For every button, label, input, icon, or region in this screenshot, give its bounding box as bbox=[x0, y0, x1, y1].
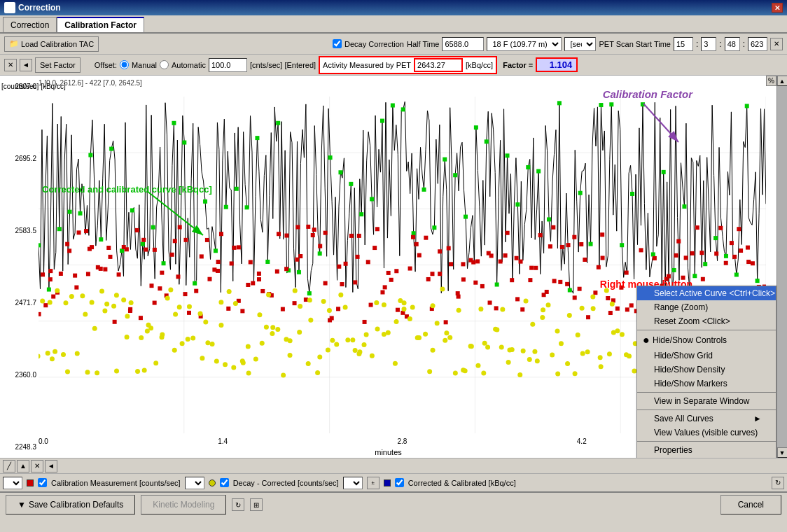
pet-s-input[interactable] bbox=[725, 37, 740, 51]
automatic-radio[interactable] bbox=[160, 60, 169, 69]
y-val-5: 2248.3 bbox=[0, 443, 36, 451]
legend-refresh-button[interactable]: ↻ bbox=[772, 477, 784, 489]
x-axis-label: minutes bbox=[375, 448, 402, 456]
y-val-1: 2695.2 bbox=[0, 155, 36, 162]
factor-value: 1.104 bbox=[536, 57, 578, 72]
menu-item-hide-controls[interactable]: ● Hide/Show Controls bbox=[637, 332, 776, 349]
tab-calibration-factor[interactable]: Calibration Factor bbox=[57, 17, 144, 32]
pet-m-input[interactable] bbox=[701, 37, 716, 51]
menu-sep-4 bbox=[637, 441, 776, 442]
activity-unit-label: [kBq/cc] bbox=[466, 61, 493, 69]
menu-item-select-active[interactable]: Select Active Curve <Ctrl+Click> bbox=[637, 286, 776, 300]
x-val-2: 2.8 bbox=[398, 438, 408, 445]
menu-sep-2 bbox=[637, 392, 776, 393]
manual-label: Manual bbox=[132, 61, 157, 69]
refresh-button[interactable]: ↻ bbox=[232, 498, 244, 511]
legend-2-checkbox[interactable] bbox=[220, 478, 229, 487]
save-icon: ▼ bbox=[18, 500, 26, 510]
offset-label: Offset: bbox=[95, 61, 117, 69]
half-time-input[interactable] bbox=[442, 37, 484, 51]
percent-button[interactable]: % bbox=[766, 76, 776, 86]
menu-item-view-values[interactable]: View Values (visible curves) bbox=[637, 426, 776, 440]
legend-1-color bbox=[27, 479, 34, 486]
pet-ms-input[interactable] bbox=[748, 37, 767, 51]
automatic-label: Automatic bbox=[172, 61, 206, 69]
menu-item-hide-markers[interactable]: Hide/Show Markers bbox=[637, 377, 776, 391]
chart-scrollbar: ▲ ▼ bbox=[776, 76, 787, 458]
legend-3-label: Corrected & Calibrated [kBq/cc] bbox=[408, 479, 516, 487]
decay-correction-checkbox[interactable] bbox=[333, 39, 342, 48]
y-val-0: 2807.0 bbox=[0, 83, 36, 90]
load-calibration-tac-button[interactable]: 📁 Load Calibration TAC bbox=[4, 36, 99, 52]
scroll-up-button[interactable]: ▲ bbox=[777, 76, 788, 86]
menu-item-save-curves[interactable]: Save All Curves ► bbox=[637, 412, 776, 426]
y-val-3: 2471.7 bbox=[0, 299, 36, 307]
offset-unit-label: [cnts/sec] [Entered] bbox=[250, 61, 316, 69]
chart-info-text: 1 [0.0, 2612.6] - 422 [7.0, 2642.5] bbox=[39, 79, 142, 87]
menu-item-range-zoom[interactable]: Range (Zoom) bbox=[637, 300, 776, 314]
menu-item-hide-density[interactable]: Hide/Show Density bbox=[637, 363, 776, 377]
activity-value-input[interactable] bbox=[414, 58, 463, 72]
chart-container[interactable]: [counts/sec] [kBq/cc] 2807.0 2695.2 2583… bbox=[0, 76, 776, 458]
scroll-track[interactable] bbox=[777, 86, 788, 447]
nav-up-button[interactable]: ▲ bbox=[17, 460, 29, 472]
cancel-button[interactable]: Cancel bbox=[720, 495, 781, 514]
grid-button[interactable]: ⊞ bbox=[250, 498, 263, 511]
context-menu: Select Active Curve <Ctrl+Click> Range (… bbox=[636, 286, 776, 458]
manual-radio[interactable] bbox=[120, 60, 129, 69]
chart-section: [counts/sec] [kBq/cc] 2807.0 2695.2 2583… bbox=[0, 76, 787, 458]
activity-group: Activity Measured by PET [kBq/cc] bbox=[319, 56, 497, 74]
legend-3-color bbox=[384, 479, 391, 486]
legend-3-extra-btn[interactable]: ± bbox=[367, 477, 379, 489]
x-button[interactable]: ✕ bbox=[4, 59, 17, 71]
x-val-3: 4.2 bbox=[577, 438, 587, 445]
toolbar-row-2: ✕ ◄ Set Factor Offset: Manual Automatic … bbox=[0, 55, 787, 76]
legend-1-label: Calibration Measurement [counts/sec] bbox=[51, 479, 181, 487]
nav-left-scroll[interactable]: ◄ bbox=[45, 460, 57, 472]
legend-1-dropdown[interactable]: D bbox=[3, 477, 22, 489]
unit-select[interactable]: [sec] bbox=[564, 37, 596, 51]
legend-2-dropdown[interactable]: D bbox=[185, 477, 204, 489]
menu-item-properties[interactable]: Properties bbox=[637, 443, 776, 457]
legend-2-color bbox=[209, 479, 216, 486]
legend-1-checkbox[interactable] bbox=[38, 478, 47, 487]
legend-3-checkbox[interactable] bbox=[395, 478, 404, 487]
kinetic-modeling-button[interactable]: Kinetic Modeling bbox=[141, 495, 226, 514]
manual-radio-group: Manual Automatic bbox=[120, 60, 206, 69]
set-factor-button[interactable]: Set Factor bbox=[35, 57, 81, 73]
decay-correction-label: Decay Correction bbox=[344, 40, 404, 48]
menu-item-reset-zoom[interactable]: Reset Zoom <Click> bbox=[637, 314, 776, 328]
y-axis: 2807.0 2695.2 2583.5 2471.7 2360.0 2248.… bbox=[0, 76, 39, 458]
back-button[interactable]: ◄ bbox=[20, 59, 32, 71]
tab-bar: Correction Calibration Factor bbox=[0, 15, 787, 34]
y-val-4: 2360.0 bbox=[0, 371, 36, 379]
nav-line-button[interactable]: ╱ bbox=[3, 460, 15, 472]
menu-sep-3 bbox=[637, 410, 776, 410]
save-defaults-button[interactable]: ▼ Save Calibration Defaults bbox=[6, 495, 135, 514]
close-time-button[interactable]: ✕ bbox=[770, 38, 783, 50]
nav-controls: ╱ ▲ ✕ ◄ bbox=[0, 458, 787, 473]
factor-label: Factor = bbox=[503, 61, 533, 69]
menu-item-hide-grid[interactable]: Hide/Show Grid bbox=[637, 349, 776, 363]
half-time-label: Half Time bbox=[407, 40, 439, 48]
scroll-down-button[interactable]: ▼ bbox=[777, 447, 788, 458]
isotope-select[interactable]: 18 F (109.77 m) bbox=[487, 37, 562, 51]
menu-item-view-separate[interactable]: View in Separate Window bbox=[637, 394, 776, 408]
bottom-toolbar: ▼ Save Calibration Defaults Kinetic Mode… bbox=[0, 491, 787, 517]
window-title: Correction bbox=[18, 3, 61, 13]
calibration-annotation: Calibration Factor bbox=[603, 88, 692, 100]
toolbar-row-1: 📁 Load Calibration TAC Decay Correction … bbox=[0, 34, 787, 55]
pet-scan-label: PET Scan Start Time bbox=[599, 40, 671, 48]
green-annotation: Corrected and calibrated curve [kBqcc] bbox=[42, 184, 212, 195]
nav-close-button[interactable]: ✕ bbox=[31, 460, 43, 472]
pet-h-input[interactable] bbox=[674, 37, 693, 51]
activity-label: Activity Measured by PET bbox=[323, 61, 411, 69]
legend-3-dropdown[interactable]: DL bbox=[343, 477, 363, 489]
legend-2-label: Decay - Corrected [counts/sec] bbox=[233, 479, 339, 487]
x-val-0: 0.0 bbox=[39, 438, 48, 445]
offset-value-input[interactable] bbox=[209, 58, 247, 72]
x-val-1: 1.4 bbox=[218, 438, 228, 445]
folder-icon: 📁 bbox=[9, 39, 19, 48]
close-button[interactable]: ✕ bbox=[772, 3, 783, 13]
tab-correction[interactable]: Correction bbox=[3, 17, 57, 32]
